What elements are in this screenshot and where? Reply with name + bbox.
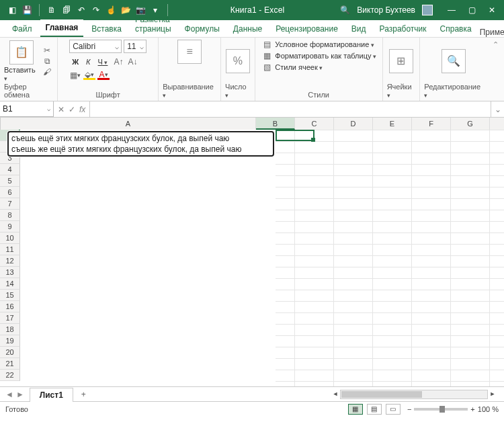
cells-icon[interactable]: ⊞ bbox=[389, 49, 413, 73]
row-header-18[interactable]: 18 bbox=[0, 324, 20, 335]
copy-icon[interactable]: ⧉ bbox=[41, 56, 53, 66]
scroll-left-icon[interactable]: ◄ bbox=[331, 390, 340, 398]
row-header-12[interactable]: 12 bbox=[0, 255, 20, 267]
column-header-f[interactable]: F bbox=[412, 118, 451, 130]
row-header-10[interactable]: 10 bbox=[0, 233, 20, 244]
underline-button[interactable]: Ч bbox=[95, 56, 111, 68]
save-icon[interactable]: 💾 bbox=[22, 5, 32, 15]
user-avatar-icon[interactable] bbox=[422, 5, 433, 15]
tab-file[interactable]: Файл bbox=[7, 21, 38, 37]
touch-mode-icon[interactable]: ☝ bbox=[106, 5, 116, 15]
row-header-15[interactable]: 15 bbox=[0, 290, 20, 301]
cancel-formula-icon[interactable]: ✕ bbox=[58, 105, 65, 114]
sheet-nav-prev-icon[interactable]: ◄ bbox=[5, 390, 13, 399]
fx-icon[interactable]: fx bbox=[79, 105, 85, 114]
row-header-4[interactable]: 4 bbox=[0, 164, 20, 175]
alignment-icon[interactable]: ≡ bbox=[177, 40, 202, 64]
enter-formula-icon[interactable]: ✓ bbox=[69, 105, 75, 114]
tab-home[interactable]: Главная bbox=[40, 19, 84, 37]
row-header-7[interactable]: 7 bbox=[0, 198, 20, 210]
increase-font-icon[interactable]: A↑ bbox=[112, 57, 124, 67]
group-label-number[interactable]: Число bbox=[225, 82, 251, 99]
group-label-editing[interactable]: Редактирование bbox=[424, 82, 483, 99]
comments-button[interactable]: Примечания bbox=[480, 28, 504, 37]
font-size-select[interactable]: 11 bbox=[124, 40, 146, 53]
tab-page-layout[interactable]: Разметка страницы bbox=[130, 11, 177, 37]
zoom-slider[interactable] bbox=[414, 408, 468, 411]
format-painter-icon[interactable]: 🖌 bbox=[41, 67, 53, 77]
save-all-icon[interactable]: 🗐 bbox=[61, 5, 72, 15]
column-header-d[interactable]: D bbox=[334, 118, 373, 130]
zoom-in-button[interactable]: + bbox=[470, 405, 474, 413]
fill-color-icon[interactable]: ⬙ bbox=[83, 71, 95, 80]
horizontal-scrollbar[interactable]: ◄ ► bbox=[340, 390, 488, 399]
add-sheet-button[interactable]: + bbox=[73, 390, 94, 399]
font-color-icon[interactable]: A bbox=[97, 71, 110, 80]
group-label-cells[interactable]: Ячейки bbox=[387, 82, 416, 99]
paste-button[interactable]: Вставить bbox=[4, 66, 38, 82]
column-header-h[interactable]: H bbox=[490, 118, 504, 130]
undo-icon[interactable]: ↶ bbox=[76, 5, 87, 15]
italic-button[interactable]: К bbox=[83, 56, 93, 68]
close-button[interactable]: ✕ bbox=[487, 5, 497, 15]
column-header-c[interactable]: C bbox=[295, 118, 334, 130]
redo-icon[interactable]: ↷ bbox=[91, 5, 101, 15]
tab-review[interactable]: Рецензирование bbox=[270, 21, 343, 37]
group-label-alignment[interactable]: Выравнивание bbox=[163, 82, 216, 99]
spreadsheet-grid[interactable]: ABCDEFGH 1234567891011121314151617181920… bbox=[0, 118, 504, 386]
zoom-out-button[interactable]: − bbox=[407, 405, 411, 413]
normal-view-icon[interactable]: ▦ bbox=[348, 404, 363, 415]
column-header-e[interactable]: E bbox=[373, 118, 412, 130]
decrease-font-icon[interactable]: A↓ bbox=[126, 57, 138, 67]
bold-button[interactable]: Ж bbox=[69, 56, 81, 68]
row-header-19[interactable]: 19 bbox=[0, 335, 20, 347]
tab-data[interactable]: Данные bbox=[228, 21, 267, 37]
tab-help[interactable]: Справка bbox=[435, 21, 477, 37]
column-header-b[interactable]: B bbox=[256, 118, 295, 130]
row-header-5[interactable]: 5 bbox=[0, 175, 20, 187]
name-box[interactable]: B1⌵ bbox=[0, 101, 54, 117]
page-break-view-icon[interactable]: ▭ bbox=[386, 404, 401, 415]
row-header-14[interactable]: 14 bbox=[0, 278, 20, 290]
cell-styles-button[interactable]: Стили ячеек bbox=[275, 63, 323, 71]
cut-icon[interactable]: ✂ bbox=[41, 46, 53, 55]
column-header-g[interactable]: G bbox=[451, 118, 490, 130]
paste-icon[interactable]: 📋 bbox=[9, 40, 34, 65]
row-header-8[interactable]: 8 bbox=[0, 210, 20, 221]
page-layout-view-icon[interactable]: ▤ bbox=[367, 404, 382, 415]
sheet-nav-next-icon[interactable]: ► bbox=[16, 390, 24, 399]
row-header-9[interactable]: 9 bbox=[0, 221, 20, 233]
select-all-button[interactable] bbox=[0, 118, 1, 129]
row-header-21[interactable]: 21 bbox=[0, 358, 20, 370]
tab-insert[interactable]: Вставка bbox=[86, 21, 127, 37]
user-name[interactable]: Виктор Бухтеев bbox=[357, 5, 415, 15]
column-header-a[interactable]: A bbox=[1, 118, 256, 130]
active-cell[interactable] bbox=[276, 130, 314, 141]
search-icon[interactable]: 🔍 bbox=[340, 5, 350, 15]
editing-icon[interactable]: 🔍 bbox=[442, 49, 466, 73]
tab-view[interactable]: Вид bbox=[346, 21, 372, 37]
minimize-button[interactable]: — bbox=[446, 5, 457, 15]
row-header-22[interactable]: 22 bbox=[0, 370, 20, 381]
collapse-ribbon-icon[interactable]: ⌃ bbox=[487, 38, 504, 101]
row-header-11[interactable]: 11 bbox=[0, 244, 20, 255]
scroll-right-icon[interactable]: ► bbox=[488, 390, 497, 398]
row-header-17[interactable]: 17 bbox=[0, 312, 20, 324]
row-header-13[interactable]: 13 bbox=[0, 267, 20, 278]
tab-developer[interactable]: Разработчик bbox=[374, 21, 432, 37]
expand-formula-bar-icon[interactable]: ⌄ bbox=[491, 101, 504, 117]
autosave-icon[interactable]: ◧ bbox=[7, 5, 17, 15]
borders-icon[interactable]: ▦ bbox=[69, 71, 81, 80]
format-as-table-button[interactable]: Форматировать как таблицу bbox=[275, 52, 376, 60]
scrollbar-thumb[interactable] bbox=[341, 391, 422, 398]
font-name-select[interactable]: Calibri bbox=[69, 40, 122, 53]
tab-formulas[interactable]: Формулы bbox=[179, 21, 225, 37]
row-header-16[interactable]: 16 bbox=[0, 301, 20, 312]
save-as-icon[interactable]: 🗎 bbox=[46, 5, 57, 15]
row-header-20[interactable]: 20 bbox=[0, 347, 20, 358]
maximize-button[interactable]: ▢ bbox=[466, 5, 477, 15]
sheet-tab[interactable]: Лист1 bbox=[30, 388, 73, 402]
number-format-icon[interactable]: % bbox=[226, 49, 250, 73]
conditional-formatting-button[interactable]: Условное форматирование bbox=[275, 40, 374, 48]
row-header-6[interactable]: 6 bbox=[0, 187, 20, 198]
